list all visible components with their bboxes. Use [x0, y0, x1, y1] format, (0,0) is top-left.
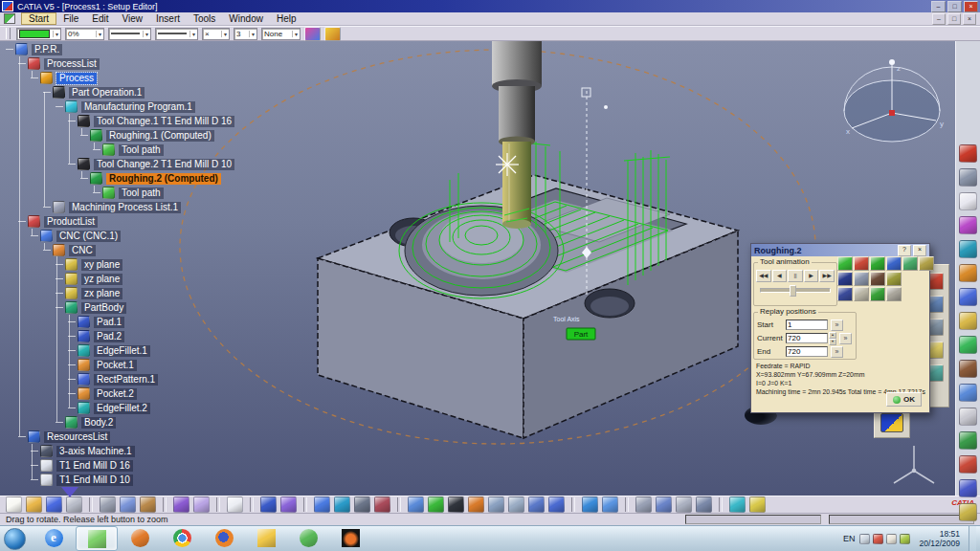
layer-dropdown[interactable]: None ▾ — [261, 28, 301, 40]
quick-view-button[interactable] — [582, 496, 598, 513]
tree-node-label[interactable]: Pad.2 — [94, 331, 124, 342]
tree-node-label[interactable]: xy plane — [81, 259, 122, 271]
menu-insert[interactable]: Insert — [149, 12, 187, 25]
tree-node-label[interactable]: P.P.R. — [32, 44, 62, 55]
material-removal-button[interactable] — [854, 272, 869, 286]
multi-view-button[interactable] — [548, 496, 565, 513]
ok-button[interactable]: OK — [886, 392, 922, 407]
fly-mode-button[interactable] — [408, 496, 424, 513]
gear-blue-button[interactable] — [959, 479, 977, 497]
fault-zones-button[interactable] — [886, 272, 902, 286]
tree-node-label[interactable]: Part Operation.1 — [69, 87, 145, 99]
tree-node-label[interactable]: Body.2 — [81, 417, 116, 429]
spinner-up-icon[interactable]: ▴ — [829, 332, 836, 339]
manufacturing-program-icon[interactable] — [65, 100, 78, 113]
tree-node-label[interactable]: Tool path — [119, 187, 164, 199]
start-button[interactable] — [4, 528, 26, 550]
current-spinner[interactable]: ▴▾ — [829, 332, 836, 345]
partbody-icon[interactable] — [65, 301, 78, 314]
tree-node-label[interactable]: ProductList — [44, 216, 98, 228]
pocketing-button[interactable] — [959, 288, 977, 306]
tree-node-label[interactable]: Pocket.2 — [94, 388, 137, 400]
tree-node-label[interactable]: Machining Process List.1 — [69, 202, 181, 213]
menu-start[interactable]: Start — [21, 12, 56, 25]
current-position-input[interactable] — [786, 333, 828, 343]
tree-node-label[interactable]: T1 End Mill D 10 — [56, 474, 133, 486]
resources-list-icon[interactable] — [28, 430, 40, 443]
select-button[interactable] — [959, 192, 977, 210]
shading-button[interactable] — [635, 496, 652, 513]
replay-slider[interactable] — [760, 288, 831, 293]
save-button[interactable] — [46, 496, 62, 513]
wireframe-button[interactable] — [676, 496, 692, 513]
pan-button[interactable] — [448, 496, 464, 513]
go-to-start-button[interactable]: ◀◀ — [756, 270, 771, 282]
current-jump-button[interactable]: » — [839, 333, 852, 344]
gear-green-button[interactable] — [959, 431, 977, 450]
tree-node-label[interactable]: Manufacturing Program.1 — [81, 101, 195, 113]
roughing-icon[interactable] — [90, 129, 102, 142]
machine-icon[interactable] — [40, 445, 53, 457]
iso-view-button[interactable] — [602, 496, 618, 513]
image-capture-button[interactable] — [354, 496, 370, 513]
tree-node-label[interactable]: zx plane — [81, 288, 122, 299]
pad-icon[interactable] — [78, 316, 90, 328]
tool-display-button[interactable] — [919, 256, 934, 271]
language-indicator[interactable]: EN — [843, 534, 856, 543]
tree-node-label[interactable]: EdgeFillet.2 — [94, 403, 150, 414]
help-icon[interactable]: ? — [898, 245, 911, 256]
chrome-taskbar-button[interactable] — [162, 526, 202, 549]
rect-pattern-icon[interactable] — [78, 373, 90, 386]
pocket-icon[interactable] — [78, 359, 90, 371]
new-document-button[interactable] — [6, 496, 22, 513]
photo-mode-button[interactable] — [886, 256, 902, 271]
end-mill-icon[interactable] — [40, 474, 53, 486]
video-mode-button[interactable] — [837, 287, 853, 301]
render-style-dropdown[interactable]: 3 ▾ — [234, 28, 257, 40]
zoom-in-button[interactable] — [488, 496, 504, 513]
continuous-replay-button[interactable] — [870, 256, 885, 271]
menu-file[interactable]: File — [56, 12, 85, 25]
dialog-title-bar[interactable]: Roughing.2 ? × — [751, 244, 929, 256]
close-icon[interactable]: × — [913, 245, 926, 256]
wizard-icon[interactable] — [324, 27, 341, 41]
associate-video-button[interactable] — [886, 287, 902, 301]
plane-icon[interactable] — [65, 273, 78, 285]
movie-maker-taskbar-button[interactable] — [76, 526, 118, 551]
tree-node-label[interactable]: Pocket.1 — [94, 360, 137, 371]
pencil-button[interactable] — [959, 408, 977, 426]
copy-button[interactable] — [120, 496, 136, 513]
redo-button[interactable] — [193, 496, 210, 513]
tool-path-icon[interactable] — [102, 143, 115, 156]
tree-node-label[interactable]: Roughing.2 (Computed) — [106, 173, 221, 185]
windows-explorer-taskbar-button[interactable] — [246, 526, 286, 549]
sweep-roughing-button[interactable] — [959, 384, 977, 402]
edge-fillet-icon[interactable] — [78, 344, 90, 357]
play-button[interactable]: ▶ — [804, 270, 819, 282]
fill-color-dropdown[interactable]: ▾ — [16, 28, 61, 40]
tree-node-label[interactable]: PartBody — [81, 302, 126, 314]
hidden-line-button[interactable] — [696, 496, 712, 513]
antivirus-icon[interactable] — [873, 534, 883, 544]
ground-button[interactable] — [729, 496, 746, 513]
ruler-button[interactable] — [749, 496, 766, 513]
gear-red-button[interactable] — [959, 455, 977, 474]
tree-node-label[interactable]: Roughing.1 (Computed) — [106, 130, 214, 142]
start-jump-button[interactable]: » — [831, 320, 843, 331]
show-desktop-button[interactable] — [969, 526, 976, 551]
update-icon[interactable] — [886, 534, 897, 544]
line-weight-dropdown[interactable]: ▾ — [155, 28, 198, 40]
tree-node-label[interactable]: Tool Change.1 T1 End Mill D 16 — [94, 116, 234, 127]
child-minimize-button[interactable]: – — [932, 13, 946, 25]
output-film-button[interactable] — [959, 503, 977, 521]
machining-process-button[interactable] — [959, 216, 977, 234]
knowledge-wizard-button[interactable] — [280, 496, 297, 513]
tree-node-label[interactable]: RectPattern.1 — [94, 374, 158, 386]
part-operation-icon[interactable] — [53, 86, 65, 99]
close-button[interactable]: × — [964, 1, 978, 12]
tree-node-label[interactable]: Tool Change.2 T1 End Mill D 10 — [94, 159, 234, 170]
view-compass[interactable]: z x y — [844, 59, 944, 142]
spinner-down-icon[interactable]: ▾ — [829, 339, 836, 345]
cnc-product-icon[interactable] — [40, 230, 53, 242]
plunge-check-button[interactable] — [902, 256, 918, 271]
